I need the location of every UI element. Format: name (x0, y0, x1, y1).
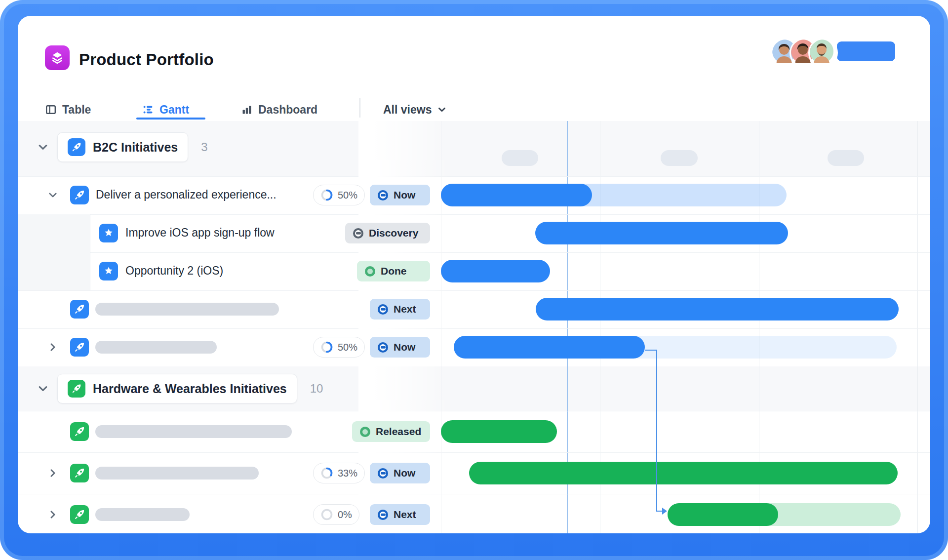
tab-table[interactable]: Table (45, 101, 91, 119)
expand-row-chevron[interactable] (46, 341, 59, 354)
rocket-icon (70, 505, 89, 524)
progress-pill: 50% (313, 337, 365, 358)
status-label: Now (394, 341, 415, 353)
row-title[interactable]: Opportunity 2 (iOS) (125, 264, 223, 278)
progress-value: 50% (338, 342, 357, 353)
status-badge-now[interactable]: Now (370, 463, 430, 483)
status-label: Now (394, 189, 415, 201)
status-label: Released (376, 426, 421, 438)
bar-chart-icon (241, 104, 253, 116)
section-label: Hardware & Wearables Initiatives (93, 382, 287, 396)
progress-ring-icon (320, 467, 333, 480)
rocket-icon (68, 138, 85, 156)
status-now-icon (378, 468, 388, 479)
tab-gantt[interactable]: Gantt (142, 101, 189, 119)
gantt-bar[interactable] (668, 503, 778, 526)
section-chip-b2c[interactable]: B2C Initiatives (57, 132, 188, 162)
row-title-placeholder (95, 425, 292, 438)
expand-row-chevron[interactable] (46, 467, 59, 480)
active-tab-underline (136, 118, 205, 120)
gantt-bar[interactable] (536, 298, 899, 320)
tab-dashboard[interactable]: Dashboard (241, 101, 317, 119)
timeline-label-placeholder (828, 150, 864, 166)
status-label: Next (394, 303, 416, 315)
timeline-label-placeholder (661, 150, 698, 166)
gantt-bar[interactable] (441, 260, 550, 282)
status-released-icon (360, 427, 370, 437)
row-title-placeholder (95, 303, 279, 316)
progress-value: 33% (338, 468, 357, 479)
status-badge-released[interactable]: Released (352, 421, 430, 442)
status-badge-now[interactable]: Now (370, 185, 430, 205)
dependency-connector (656, 350, 657, 511)
tabbar-divider (359, 98, 360, 118)
progress-pill: 0% (313, 504, 359, 525)
collapse-section-chevron[interactable] (37, 382, 49, 395)
progress-value: 0% (338, 509, 352, 520)
app-logo-icon (45, 45, 70, 70)
section-header: B2C Initiatives 3 (57, 133, 208, 161)
dependency-arrow-icon (662, 508, 667, 515)
tab-table-label: Table (62, 103, 91, 117)
gantt-bar[interactable] (535, 222, 788, 244)
all-views-label: All views (383, 103, 432, 117)
gantt-icon (142, 104, 154, 116)
section-label: B2C Initiatives (93, 140, 178, 155)
rocket-icon (70, 186, 89, 204)
gantt-bar[interactable] (441, 184, 592, 206)
status-badge-next[interactable]: Next (370, 504, 430, 525)
progress-pill: 33% (313, 463, 365, 483)
avatar (808, 38, 838, 68)
status-badge-done[interactable]: Done (357, 261, 430, 281)
tab-gantt-label: Gantt (159, 103, 189, 117)
status-badge-discovery[interactable]: Discovery (345, 223, 430, 243)
rocket-icon (70, 464, 89, 482)
star-icon (99, 224, 118, 242)
share-button[interactable] (837, 41, 895, 61)
progress-pill: 50% (313, 185, 365, 205)
section-chip-hardware[interactable]: Hardware & Wearables Initiatives (57, 374, 297, 403)
status-now-icon (378, 190, 388, 200)
progress-ring-icon (320, 341, 333, 354)
status-label: Next (394, 509, 416, 520)
status-done-icon (365, 266, 375, 277)
status-discovery-icon (353, 228, 363, 239)
gantt-bar[interactable] (454, 336, 645, 359)
marketing-screenshot: Product Portfolio Table Gantt (0, 0, 948, 560)
rocket-icon (70, 338, 89, 357)
section-header: Hardware & Wearables Initiatives 10 (57, 374, 323, 403)
status-badge-next[interactable]: Next (370, 299, 430, 320)
table-icon (45, 104, 57, 116)
layers-icon (50, 50, 65, 65)
status-label: Discovery (369, 227, 418, 239)
progress-value: 50% (338, 190, 357, 201)
status-next-icon (378, 510, 388, 520)
row-title[interactable]: Deliver a personalized experience... (96, 188, 276, 201)
gantt-bar[interactable] (469, 462, 898, 484)
status-label: Now (394, 467, 415, 479)
chevron-down-icon (437, 105, 446, 114)
progress-ring-icon (320, 508, 333, 521)
collapse-row-chevron[interactable] (46, 189, 59, 201)
rocket-icon (70, 300, 89, 319)
star-icon (99, 262, 118, 280)
status-next-icon (378, 304, 388, 315)
gantt-bar[interactable] (441, 420, 557, 443)
section-count: 3 (201, 140, 207, 154)
collapse-section-chevron[interactable] (37, 141, 49, 154)
status-now-icon (378, 342, 388, 353)
progress-ring-icon (320, 189, 333, 201)
rocket-icon (70, 422, 89, 441)
grid-line (917, 121, 918, 533)
expand-row-chevron[interactable] (46, 508, 59, 521)
row-title[interactable]: Improve iOS app sign-up flow (125, 226, 275, 240)
dependency-connector (645, 350, 657, 351)
page-title: Product Portfolio (79, 50, 214, 69)
subtask-gutter (18, 214, 90, 290)
row-title-placeholder (95, 467, 259, 480)
row-title-placeholder (95, 508, 190, 521)
rocket-icon (68, 380, 85, 398)
all-views-dropdown[interactable]: All views (383, 101, 446, 119)
status-badge-now[interactable]: Now (370, 337, 430, 358)
status-label: Done (381, 265, 407, 277)
